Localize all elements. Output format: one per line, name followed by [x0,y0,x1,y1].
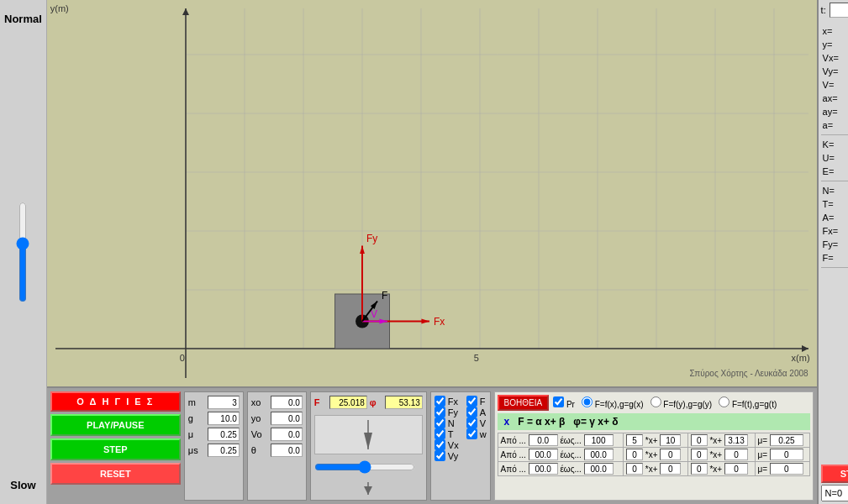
radio-fy-gy[interactable] [650,396,661,407]
a2-label: A= [823,211,835,224]
g-label: g [188,413,205,423]
x5-label: 5 [474,353,479,363]
boitheia-button[interactable]: ΒΟΗΘΕΙΑ [498,395,550,411]
n-select[interactable]: N=0 N=1 N=2 [821,485,848,501]
mus-label: μs [188,445,205,455]
val1-row3[interactable] [660,463,681,475]
from1-row2[interactable] [529,449,558,460]
f-label: F [314,397,327,407]
fx-checkbox[interactable] [435,396,445,407]
a-check-label: A [480,407,486,417]
step-button[interactable]: STEP [50,438,181,460]
f-magnitude-input[interactable] [329,396,367,409]
vo-input[interactable] [271,428,303,441]
formula-table: Από ... έως... *x+ *x+ μ= Από ... έως...… [498,433,810,476]
coef2-row3[interactable] [691,463,708,475]
f-equation: F = α x+ β [518,416,565,428]
force-diagram [326,416,410,454]
fy2-label: Fy= [823,238,839,251]
a-checkbox[interactable] [466,407,477,417]
normal-speed-label: Normal [4,13,42,25]
radio-ft-gt[interactable] [719,396,729,407]
mus-input[interactable] [208,444,240,457]
mu-row1[interactable] [770,434,803,446]
from1-row3[interactable] [529,463,558,475]
stop-button[interactable]: STOP ⏸ [821,465,848,483]
w-checkbox[interactable] [466,428,477,439]
vx-label: Vx= [823,51,839,65]
simulation-canvas [47,0,817,386]
instructions-button[interactable]: Ο Δ Η Γ Ι Ε Σ [50,391,181,412]
yo-input[interactable] [271,412,303,425]
m-input[interactable] [208,396,240,409]
g-input[interactable] [208,412,240,425]
fy-checkbox[interactable] [435,407,445,417]
vy-checkbox[interactable] [435,450,445,461]
to1-row2[interactable] [584,449,614,460]
radio-fx-gx[interactable] [582,396,593,407]
phi-input[interactable] [385,396,423,409]
val2-row1[interactable] [724,434,748,446]
mu-row3[interactable] [770,463,803,475]
x-axis-label: x(m) [792,353,810,363]
val1-row2[interactable] [660,449,681,460]
n-checkbox[interactable] [435,417,445,428]
speed-slider-container [10,25,35,479]
xo-input[interactable] [271,396,303,409]
pr-checkbox[interactable] [553,396,564,407]
position-group: x=3.0 y=0.0 Vx=5.2 Vy=0.0 V=5.2 ax=7.51 … [821,22,848,135]
coef1-row2[interactable] [626,449,643,460]
a-label: a= [823,118,834,132]
phi-equation: φ= γ x+ δ [573,416,618,428]
mu-input[interactable] [208,428,240,441]
vo-label: Vo [251,429,268,439]
energy-group: K=27.1 U=0.0 E=27.1 [821,135,848,181]
coef1-row1[interactable] [626,434,643,446]
y-label: y= [823,38,833,51]
coef2-row1[interactable] [691,434,708,446]
t-check-label: T [448,429,454,439]
phi-label: φ [370,397,382,407]
yo-label: yo [251,413,268,423]
vx-checkbox[interactable] [435,439,445,450]
coef2-row2[interactable] [691,449,708,460]
fx2-label: Fx= [823,224,839,238]
time-input[interactable] [830,3,848,18]
val2-row2[interactable] [724,449,748,460]
force-slider[interactable] [314,460,415,474]
to1-input[interactable] [584,434,614,446]
f-check-label: F [480,396,486,407]
from1-input[interactable] [529,434,558,446]
theta-label: θ [251,445,268,455]
to1-row3[interactable] [584,463,614,475]
playpause-button[interactable]: PLAY/PAUSE [50,414,181,436]
k-label: K= [823,138,835,151]
v-checkbox[interactable] [466,417,477,428]
v-label: V= [823,78,835,92]
mu-row2[interactable] [770,449,803,460]
force-angle-indicator [343,480,393,496]
fy-check-label: Fy [448,407,458,417]
t-label: T= [823,197,834,211]
speed-panel: Normal Slow [0,0,47,504]
theta-input[interactable] [271,444,303,457]
v-check-label: V [480,418,486,428]
f2-label: F= [823,251,834,265]
checkbox-section: Fx Fy Ν T Vx Vy F A V w [430,391,491,501]
n-check-label: Ν [448,418,455,428]
f-checkbox[interactable] [466,396,477,407]
mass-params-section: m g μ μs [184,391,244,501]
fx-check-label: Fx [448,396,458,407]
slow-speed-label: Slow [10,479,35,491]
y-axis-label: y(m) [50,3,69,13]
val1-row1[interactable] [660,434,681,446]
val2-row3[interactable] [724,463,748,475]
mu-label: μ [188,429,205,439]
vy-check-label: Vy [448,451,458,461]
coef1-row3[interactable] [626,463,643,475]
speed-slider[interactable] [10,202,35,302]
reset-button[interactable]: RESET [50,463,181,485]
t-checkbox[interactable] [435,428,445,439]
vy-label: Vy= [823,65,839,78]
n-label: N= [823,184,835,197]
